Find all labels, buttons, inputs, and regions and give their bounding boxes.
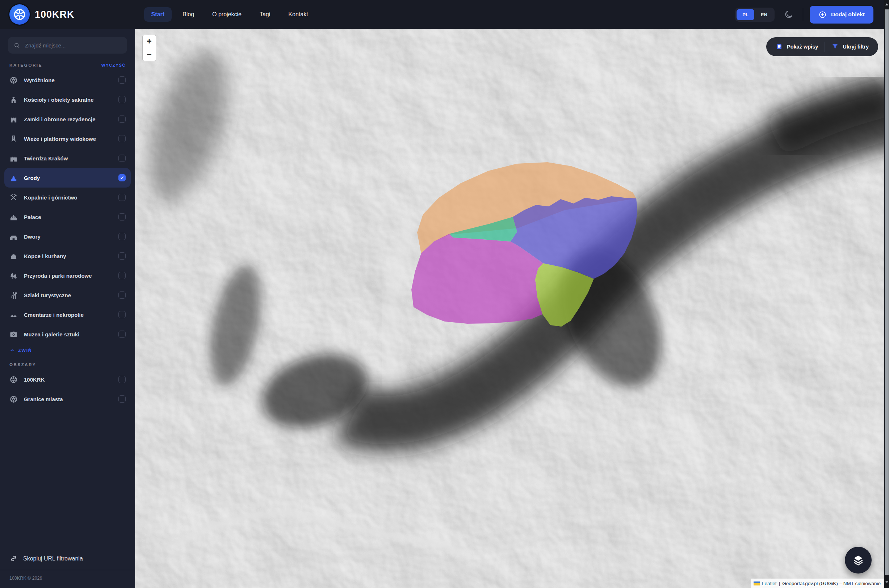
layers-icon <box>852 554 864 566</box>
category-item-cmentarze[interactable]: Cmentarze i nekropolie <box>4 305 131 324</box>
stronghold-icon <box>9 174 18 182</box>
show-entries-label: Pokaż wpisy <box>787 44 818 50</box>
mound-icon <box>9 252 18 260</box>
scroll-down-arrow[interactable] <box>884 578 889 586</box>
categories-header-row: KATEGORIE WYCZYŚĆ <box>9 63 126 68</box>
category-label: Przyroda i parki narodowe <box>24 273 92 279</box>
category-item-przyroda[interactable]: Przyroda i parki narodowe <box>4 266 131 285</box>
map-canvas[interactable]: + − Pokaż wpisy Ukryj filtry Leaflet | G… <box>135 29 884 588</box>
add-object-label: Dodaj obiekt <box>831 11 865 18</box>
collapse-categories-link[interactable]: ZWIŃ <box>9 348 126 353</box>
scrollbar-thumb[interactable] <box>885 9 889 575</box>
category-checkbox[interactable] <box>118 174 126 182</box>
brand-name: 100KRK <box>35 9 75 20</box>
search-icon <box>13 42 20 49</box>
category-checkbox[interactable] <box>118 154 126 162</box>
hide-filters-button[interactable]: Ukryj filtry <box>825 37 875 56</box>
hillshade-terrain <box>135 29 884 588</box>
category-item-dwory[interactable]: Dwory <box>4 226 131 246</box>
filter-funnel-icon <box>831 43 839 50</box>
area-checkbox[interactable] <box>118 376 126 383</box>
category-checkbox[interactable] <box>118 331 126 338</box>
category-item-muzea[interactable]: Muzea i galerie sztuki <box>4 324 131 344</box>
copy-filter-url-button[interactable]: Skopiuj URL filtrowania <box>9 554 126 562</box>
chevron-up-icon <box>9 348 15 353</box>
category-item-palace[interactable]: Pałace <box>4 207 131 226</box>
show-entries-button[interactable]: Pokaż wpisy <box>769 37 825 56</box>
category-item-grody[interactable]: Grody <box>4 168 131 188</box>
nav-item-o-projekcie[interactable]: O projekcie <box>205 7 249 22</box>
church-icon <box>9 96 18 104</box>
zoom-out-button[interactable]: − <box>143 48 156 61</box>
filter-sidebar: KATEGORIE WYCZYŚĆ Wyróżnione Kościoły i … <box>0 29 135 588</box>
fortress-icon <box>9 154 18 163</box>
category-item-szlaki[interactable]: Szlaki turystyczne <box>4 285 131 305</box>
category-checkbox[interactable] <box>118 76 126 84</box>
nav-item-kontakt[interactable]: Kontakt <box>281 7 315 22</box>
category-item-wyroznione[interactable]: Wyróżnione <box>4 70 131 90</box>
category-checkbox[interactable] <box>118 272 126 279</box>
place-search <box>8 37 127 54</box>
category-label: Zamki i obronne rezydencje <box>24 116 96 122</box>
category-label: Pałace <box>24 214 41 220</box>
area-label: 100KRK <box>24 376 45 383</box>
tower-icon <box>9 135 18 143</box>
link-icon <box>9 554 18 562</box>
area-checkbox[interactable] <box>118 395 126 403</box>
zoom-in-button[interactable]: + <box>143 35 156 48</box>
category-checkbox[interactable] <box>118 233 126 240</box>
category-item-twierdza[interactable]: Twierdza Kraków <box>4 148 131 168</box>
category-label: Muzea i galerie sztuki <box>24 331 79 338</box>
category-checkbox[interactable] <box>118 213 126 220</box>
add-object-button[interactable]: Dodaj obiekt <box>810 6 873 24</box>
necropolis-icon <box>9 310 18 319</box>
category-label: Dwory <box>24 234 40 240</box>
nav-item-start[interactable]: Start <box>144 7 172 22</box>
category-item-zamki[interactable]: Zamki i obronne rezydencje <box>4 110 131 129</box>
category-item-koscioly[interactable]: Kościoły i obiekty sakralne <box>4 90 131 110</box>
category-item-kopalnie[interactable]: Kopalnie i górnictwo <box>4 188 131 207</box>
topbar-actions: PL EN Dodaj obiekt <box>735 6 873 24</box>
sidebar-footer: Skopiuj URL filtrowania 100KRK © 2026 <box>0 554 135 581</box>
areas-header: OBSZARY <box>9 362 36 367</box>
category-checkbox[interactable] <box>118 194 126 201</box>
category-checkbox[interactable] <box>118 291 126 299</box>
main-nav: Start Blog O projekcie Tagi Kontakt <box>144 7 315 22</box>
category-label: Szlaki turystyczne <box>24 292 71 298</box>
brand[interactable]: 100KRK <box>9 4 75 25</box>
category-checkbox[interactable] <box>118 311 126 318</box>
area-item-100krk[interactable]: 100KRK <box>4 370 131 389</box>
scroll-up-arrow[interactable] <box>884 0 889 9</box>
category-item-kopce[interactable]: Kopce i kurhany <box>4 246 131 266</box>
aperture-icon <box>9 395 18 404</box>
copy-filter-url-label: Skopiuj URL filtrowania <box>23 555 83 562</box>
search-input[interactable] <box>24 42 122 49</box>
layers-button[interactable] <box>845 547 872 573</box>
hide-filters-label: Ukryj filtry <box>843 44 869 50</box>
category-checkbox[interactable] <box>118 96 126 103</box>
brand-logo-aperture-icon <box>9 4 30 25</box>
category-checkbox[interactable] <box>118 135 126 142</box>
leaflet-link[interactable]: Leaflet <box>762 581 777 586</box>
aperture-icon <box>9 76 18 84</box>
dark-mode-toggle[interactable] <box>781 7 796 22</box>
area-item-granice-miasta[interactable]: Granice miasta <box>4 389 131 409</box>
map-zoom-control: + − <box>142 35 156 61</box>
category-label: Twierdza Kraków <box>24 155 68 162</box>
category-item-wieze[interactable]: Wieże i platformy widokowe <box>4 129 131 148</box>
page-scrollbar[interactable] <box>884 0 889 588</box>
categories-header: KATEGORIE <box>9 63 42 68</box>
nav-item-tagi[interactable]: Tagi <box>252 7 277 22</box>
area-label: Granice miasta <box>24 396 63 402</box>
category-checkbox[interactable] <box>118 252 126 260</box>
attribution-separator: | <box>779 581 780 586</box>
category-label: Kopce i kurhany <box>24 253 66 259</box>
category-label: Kopalnie i górnictwo <box>24 194 78 201</box>
lang-en-button[interactable]: EN <box>755 9 773 20</box>
nav-item-blog[interactable]: Blog <box>175 7 201 22</box>
lang-pl-button[interactable]: PL <box>736 9 754 20</box>
category-label: Wieże i platformy widokowe <box>24 136 96 142</box>
category-checkbox[interactable] <box>118 116 126 123</box>
clear-filters-link[interactable]: WYCZYŚĆ <box>101 63 126 68</box>
top-navigation-bar: 100KRK Start Blog O projekcie Tagi Konta… <box>0 0 884 29</box>
